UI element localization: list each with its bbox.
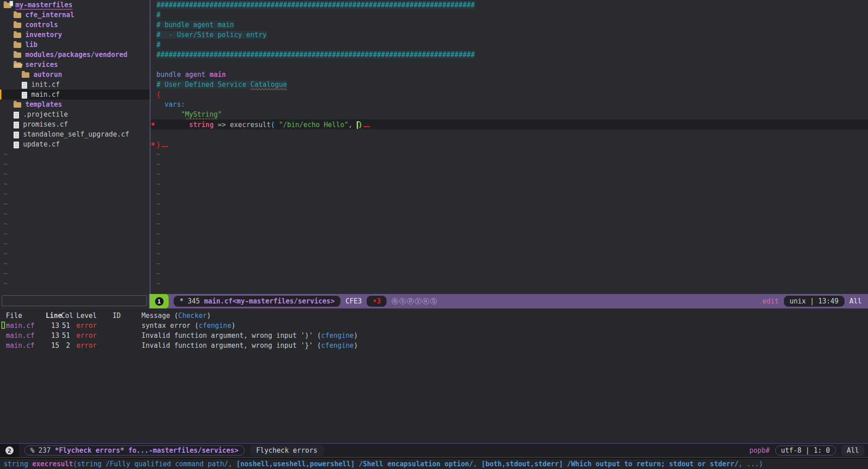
empty-line: ~	[151, 279, 868, 289]
flycheck-errors-window[interactable]: FileLineColLevelIDMessage (Checker)main.…	[0, 308, 868, 443]
code-segment: # User Defined Service	[156, 81, 250, 89]
code-line-4[interactable]: # - User/Site policy entry	[151, 30, 868, 40]
echo-area-eldoc: string execresult(string /Fully qualifie…	[0, 458, 868, 469]
tree-item-main-cf[interactable]: main.cf	[0, 90, 150, 99]
flycheck-error-row-1[interactable]: main.cf1351errorsyntax error (cfengine)	[0, 321, 868, 331]
encoding-position: utf-8 | 1: 0	[775, 445, 836, 455]
empty-line: ~	[151, 219, 868, 229]
empty-line: ~	[151, 169, 868, 179]
tree-item-label: update.cf	[23, 140, 60, 148]
flycheck-error-count[interactable]: •3	[367, 296, 387, 307]
text-cursor	[357, 121, 358, 129]
error-file: main.cf	[6, 341, 46, 351]
tree-item-init-cf[interactable]: init.cf	[0, 80, 150, 90]
error-level: error	[76, 331, 106, 341]
empty-line: ~	[151, 249, 868, 259]
buffer-readonly-size: % 237	[30, 446, 51, 455]
tilde-marker: ~	[4, 250, 8, 258]
tree-item-label: inventory	[25, 31, 62, 39]
code-line-9[interactable]: # User Defined Service Catalogue	[151, 80, 868, 90]
code-line-2[interactable]: #	[151, 10, 868, 20]
window-number-1: 1	[155, 297, 164, 306]
inactive-window-cursor	[1, 322, 5, 329]
tree-item-cfe-internal[interactable]: cfe_internal	[0, 10, 150, 20]
tree-item-lib[interactable]: lib	[0, 40, 150, 50]
code-line-5[interactable]: #	[151, 40, 868, 50]
eldoc-segment: , ...)	[739, 460, 763, 468]
window-number-2: 2	[5, 446, 14, 455]
tilde-marker: ~	[156, 200, 160, 208]
tree-item-templates[interactable]: templates	[0, 99, 150, 109]
tree-item-modules-packages-vendored[interactable]: modules/packages/vendored	[0, 50, 150, 60]
code-line-7[interactable]	[151, 60, 868, 70]
code-line-1[interactable]: ########################################…	[151, 0, 868, 10]
spacer	[51, 446, 55, 455]
empty-line: ~	[151, 239, 868, 249]
code-line-3[interactable]: # bundle agent main	[151, 20, 868, 30]
code-segment	[156, 110, 181, 118]
tree-item-autorun[interactable]: autorun	[0, 70, 150, 80]
error-underline	[161, 139, 168, 147]
tree-item-services[interactable]: services	[0, 60, 150, 70]
empty-line: ~	[151, 229, 868, 239]
main-windows: my-masterfilescfe_internalcontrolsinvent…	[0, 0, 868, 294]
tilde-marker: ~	[156, 240, 160, 248]
empty-line: ~	[0, 209, 150, 219]
tree-item-promises-cf[interactable]: promises.cf	[0, 119, 150, 129]
code-line-13[interactable]: string => execresult( "/bin/echo Hello",…	[151, 119, 868, 129]
empty-line: ~	[0, 179, 150, 189]
code-line-11[interactable]: vars:	[151, 99, 868, 109]
tree-empty-lines: ~~~~~~~~~~~~~~	[0, 149, 150, 289]
code-line-15[interactable]: }	[151, 139, 868, 149]
scroll-position-bottom: All	[841, 445, 864, 456]
tree-item-inventory[interactable]: inventory	[0, 30, 150, 40]
tree-item-controls[interactable]: controls	[0, 20, 150, 30]
code-window[interactable]: ########################################…	[151, 0, 868, 294]
tree-item-label: my-masterfiles	[15, 1, 72, 9]
empty-line: ~	[0, 149, 150, 159]
folder-icon	[14, 33, 21, 38]
code-line-6[interactable]: ########################################…	[151, 50, 868, 60]
tree-item--projectile[interactable]: .projectile	[0, 109, 150, 119]
empty-line: ~	[0, 169, 150, 179]
code-line-8[interactable]: bundle agent main	[151, 70, 868, 80]
message-segment: cfengine	[321, 341, 354, 350]
tree-item-label: modules/packages/vendored	[25, 51, 127, 59]
error-line: Line	[46, 311, 59, 321]
treemacs-sidebar[interactable]: my-masterfilescfe_internalcontrolsinvent…	[0, 0, 151, 294]
code-segment: ########################################…	[156, 51, 475, 59]
tree-item-my-masterfiles[interactable]: my-masterfiles	[0, 0, 150, 10]
buffer-info-bottom[interactable]: % 237 *Flycheck errors* fo...-masterfile…	[24, 445, 245, 455]
flycheck-error-row-2[interactable]: main.cf1351errorInvalid function argumen…	[0, 331, 868, 341]
window-number-badge: 1	[150, 294, 169, 308]
code-segment: # bundle agent main	[156, 21, 234, 29]
error-fringe-dot	[151, 123, 155, 126]
code-line-14[interactable]	[151, 129, 868, 139]
active-modeline: 1 * 345 main.cf<my-masterfiles/services>…	[150, 294, 868, 308]
tree-item-standalone-self-upgrade-cf[interactable]: standalone_self_upgrade.cf	[0, 129, 150, 139]
message-segment: )	[231, 322, 236, 330]
tilde-marker: ~	[156, 180, 160, 188]
empty-line: ~	[151, 259, 868, 269]
code-segment: }	[156, 141, 160, 149]
major-mode-bottom[interactable]: Flycheck errors	[250, 445, 324, 456]
message-segment: )	[207, 312, 211, 320]
tilde-marker: ~	[156, 220, 160, 228]
folder-icon	[22, 72, 29, 78]
flycheck-error-row-3[interactable]: main.cf152errorInvalid function argument…	[0, 341, 868, 351]
code-segment: bundle	[156, 71, 181, 79]
tilde-marker: ~	[156, 190, 160, 198]
code-line-10[interactable]: {	[151, 90, 868, 99]
code-segment: ,	[348, 121, 356, 129]
buffer-name-bottom: *Flycheck errors* fo...-masterfiles/serv…	[55, 446, 238, 455]
tree-item-update-cf[interactable]: update.cf	[0, 139, 150, 149]
code-segment	[181, 71, 185, 79]
message-segment: syntax error (	[142, 322, 198, 330]
major-mode[interactable]: CFE3	[345, 297, 362, 305]
eldoc-segment: [noshell,useshell,powershell]	[236, 460, 355, 468]
error-file: File	[6, 311, 46, 321]
code-line-12[interactable]: "MyString"	[151, 109, 868, 119]
folder-icon	[14, 23, 21, 28]
error-level: error	[76, 341, 106, 351]
buffer-info[interactable]: * 345 main.cf<my-masterfiles/services>	[174, 296, 340, 307]
